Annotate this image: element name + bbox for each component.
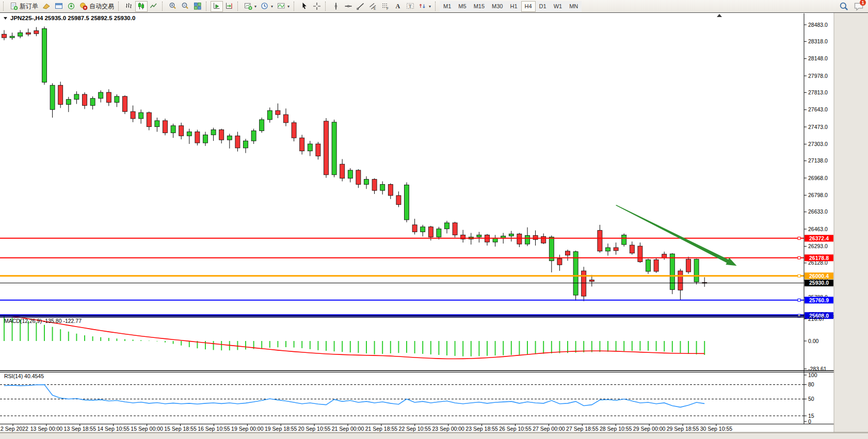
chat-button[interactable]: 1: [854, 1, 864, 11]
clock-icon: [261, 2, 269, 10]
zoom-out-button[interactable]: [179, 1, 191, 12]
timeframe-m1[interactable]: M1: [440, 1, 455, 12]
svg-text:12 Sep 2022: 12 Sep 2022: [0, 426, 28, 432]
timeframe-w1[interactable]: W1: [550, 1, 566, 12]
svg-text:20 Sep 10:55: 20 Sep 10:55: [298, 426, 331, 432]
svg-text:0.00: 0.00: [808, 338, 819, 344]
svg-text:21 Sep 00:00: 21 Sep 00:00: [332, 426, 364, 432]
bar-chart-button[interactable]: [123, 1, 135, 12]
status-bar: [0, 433, 868, 439]
level-label-26000.4: 26000.4: [805, 272, 833, 279]
period-button[interactable]: ▾: [259, 1, 275, 12]
cursor-icon: [300, 2, 309, 10]
level-handle[interactable]: [798, 274, 800, 277]
svg-text:26 Sep 10:55: 26 Sep 10:55: [499, 426, 532, 432]
svg-text:23 Sep 00:00: 23 Sep 00:00: [432, 426, 464, 432]
horizontal-line-button[interactable]: [342, 1, 355, 12]
svg-text:26372.4: 26372.4: [809, 235, 829, 241]
svg-text:14 Sep 10:55: 14 Sep 10:55: [97, 426, 130, 432]
new-order-button[interactable]: 新订单: [8, 1, 40, 12]
new-chart-button[interactable]: ▾: [242, 1, 259, 12]
level-label-26178.8: 26178.8: [805, 254, 833, 261]
arrows-icon: [419, 2, 427, 10]
svg-text:A: A: [396, 3, 400, 10]
level-label-25930.0: 25930.0: [805, 280, 833, 286]
svg-text:26000.4: 26000.4: [809, 273, 829, 279]
text-button[interactable]: A: [392, 1, 404, 12]
level-handle[interactable]: [798, 314, 800, 317]
level-handle[interactable]: [798, 299, 800, 301]
chart-shift-button[interactable]: [223, 1, 235, 12]
timeframe-m5[interactable]: M5: [455, 1, 470, 12]
svg-text:22 Sep 10:55: 22 Sep 10:55: [399, 426, 431, 432]
new-chart-icon: [244, 2, 252, 10]
indicators-button[interactable]: ▾: [275, 1, 292, 12]
chart-area[interactable]: 28483.028318.028148.027978.027813.027643…: [0, 0, 868, 439]
svg-text:29 Sep 18:55: 29 Sep 18:55: [667, 426, 699, 432]
svg-text:80: 80: [808, 381, 814, 387]
line-chart-button[interactable]: [148, 1, 160, 12]
svg-text:27303.0: 27303.0: [808, 141, 828, 147]
svg-text:216.67: 216.67: [808, 316, 825, 322]
svg-text:E: E: [374, 7, 376, 10]
timeframe-h4[interactable]: H4: [521, 1, 536, 12]
svg-text:28483.0: 28483.0: [808, 22, 828, 28]
crosshair-button[interactable]: [311, 1, 323, 12]
strategy-tester-button[interactable]: [65, 1, 77, 12]
chevron-down-icon: ▾: [271, 4, 273, 9]
svg-text:13 Sep 00:00: 13 Sep 00:00: [30, 426, 63, 432]
mt4-window: 新订单 自动交易 ▾ ▾ ▾ E F A T ▾: [0, 0, 868, 439]
level-handle[interactable]: [798, 256, 800, 259]
svg-text:27 Sep 00:00: 27 Sep 00:00: [533, 426, 565, 432]
search-icon[interactable]: [839, 2, 848, 11]
timeframe-mn[interactable]: MN: [566, 1, 582, 12]
level-handle[interactable]: [798, 237, 800, 239]
toolbar-separator: [294, 2, 297, 11]
svg-text:15 Sep 00:00: 15 Sep 00:00: [131, 426, 163, 432]
svg-text:25930.0: 25930.0: [809, 280, 829, 286]
fibonacci-icon: F: [381, 2, 390, 10]
svg-text:T: T: [409, 4, 412, 9]
svg-text:19 Sep 00:00: 19 Sep 00:00: [231, 426, 264, 432]
svg-text:26178.8: 26178.8: [809, 255, 829, 261]
chevron-down-icon: ▾: [287, 4, 290, 9]
candle-chart-button[interactable]: [135, 1, 148, 12]
text-label-button[interactable]: T: [404, 1, 416, 12]
toolbar-separator: [325, 2, 328, 11]
svg-text:27473.0: 27473.0: [808, 124, 828, 130]
timeframe-m15[interactable]: M15: [470, 1, 488, 12]
svg-text:RSI(14) 40.4545: RSI(14) 40.4545: [4, 373, 44, 379]
fibonacci-button[interactable]: F: [379, 1, 392, 12]
trend-line-button[interactable]: [355, 1, 367, 12]
svg-text:27138.0: 27138.0: [808, 157, 828, 164]
vertical-line-icon: [332, 2, 340, 10]
data-window-button[interactable]: [53, 1, 65, 12]
text-label-icon: T: [406, 2, 414, 10]
timeframe-m30[interactable]: M30: [488, 1, 506, 12]
cursor-button[interactable]: [298, 1, 311, 12]
svg-text:25760.9: 25760.9: [809, 297, 829, 303]
equidistant-channel-icon: E: [369, 2, 377, 10]
chart-title: JPN225-,H4 25935.0 25987.5 25892.5 25930…: [4, 15, 135, 21]
crosshair-icon: [313, 2, 321, 10]
data-window-icon: [55, 2, 63, 10]
autotrade-button[interactable]: 自动交易: [77, 1, 116, 12]
auto-scroll-button[interactable]: [211, 1, 223, 12]
svg-text:27978.0: 27978.0: [808, 73, 828, 79]
autotrade-icon: [79, 2, 88, 10]
timeframe-d1[interactable]: D1: [536, 1, 550, 12]
timeframe-h1[interactable]: H1: [506, 1, 521, 12]
vertical-line-button[interactable]: [330, 1, 342, 12]
bar-chart-icon: [125, 2, 133, 10]
arrows-button[interactable]: ▾: [416, 1, 433, 12]
tile-windows-button[interactable]: [191, 1, 204, 12]
equidistant-channel-button[interactable]: E: [367, 1, 379, 12]
svg-text:26293.0: 26293.0: [808, 243, 828, 249]
indicators-icon: [277, 2, 285, 10]
zoom-in-button[interactable]: [167, 1, 179, 12]
svg-text:28318.0: 28318.0: [808, 38, 828, 44]
market-watch-button[interactable]: [40, 1, 53, 12]
toolbar-separator: [206, 2, 209, 11]
line-chart-icon: [150, 2, 158, 10]
autotrade-label: 自动交易: [89, 2, 114, 11]
